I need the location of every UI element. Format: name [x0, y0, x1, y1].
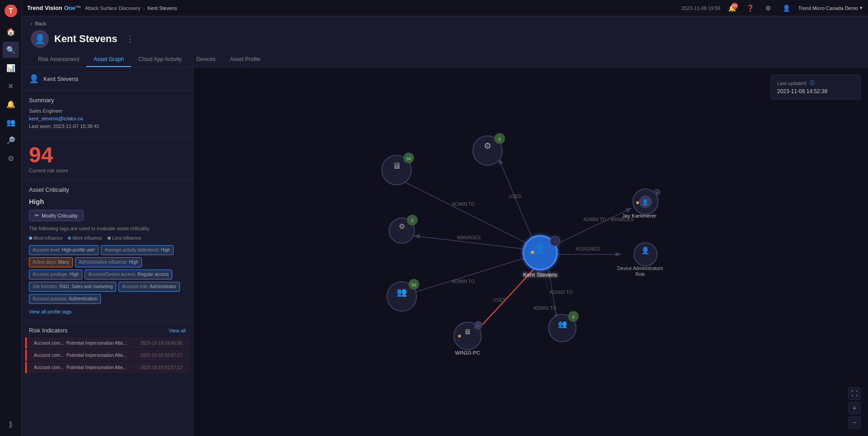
content-body: 👤 Kent Stevens Summary Sales Engineer ke… [22, 67, 868, 436]
sidebar-reports[interactable]: 📊 [3, 60, 19, 76]
graph-area: Last updated: ⓘ 2023-11-08 14:52:38 [193, 67, 868, 436]
view-all-tags-link[interactable]: View all profile tags [29, 309, 72, 314]
risk-row-3[interactable]: Account com... Potential Impersonation A… [25, 362, 189, 373]
svg-text:Device Administrators: Device Administrators [618, 266, 663, 271]
sidebar-discovery[interactable]: 🔍 [3, 42, 19, 58]
svg-text:👤: 👤 [642, 199, 649, 205]
legend-less: Less influence [108, 236, 141, 241]
svg-text:2: 2 [411, 218, 413, 223]
panel-user-header: 👤 Kent Stevens [22, 67, 193, 90]
legend-more: More influence [68, 236, 102, 241]
svg-text:👤: 👤 [534, 243, 547, 255]
edge-label-n2: USES [509, 194, 522, 199]
sidebar-alerts[interactable]: 🔔 [3, 96, 19, 112]
svg-text:Kent Stevens: Kent Stevens [523, 271, 557, 278]
tab-risk-assessment[interactable]: Risk Assessment [31, 52, 86, 67]
edge-label-n4: ADMIN TO [452, 279, 475, 284]
svg-text:50: 50 [411, 283, 416, 287]
sidebar-search[interactable]: 🔎 [3, 132, 19, 148]
help-button[interactable]: ❓ [744, 2, 757, 14]
svg-text:Jay Kammerer: Jay Kammerer [622, 213, 656, 218]
edge-center-n2 [499, 160, 533, 241]
svg-text:⚙: ⚙ [484, 141, 491, 151]
svg-text:👤: 👤 [641, 246, 650, 255]
datetime-display: 2023-11-08 19:59 [681, 5, 721, 11]
view-all-risks-button[interactable]: View all [169, 328, 186, 333]
risk-indicators-title: Risk Indicators [29, 327, 67, 334]
zoom-out-button[interactable]: − [848, 416, 861, 429]
sidebar-home[interactable]: 🏠 [3, 24, 19, 40]
breadcrumb-parent[interactable]: Attack Surface Discovery [85, 5, 141, 11]
pencil-icon: ✏ [35, 213, 39, 218]
last-seen: Last seen: 2023-11-07 15:38:41 [29, 123, 186, 129]
tag-account-purpose: Account purpose: Authentication [29, 294, 101, 304]
left-panel: 👤 Kent Stevens Summary Sales Engineer ke… [22, 67, 193, 436]
tab-devices[interactable]: Devices [189, 52, 223, 67]
tab-asset-profile[interactable]: Asset Profile [223, 52, 268, 67]
account-dropdown-icon: ▾ [860, 5, 863, 11]
svg-text:55: 55 [406, 156, 411, 161]
influence-legend: Most influence More influence Less influ… [29, 236, 186, 241]
account-selector[interactable]: Trend Micro Canada Demo ▾ [798, 5, 863, 11]
tag-active-days: Active days: Many [29, 257, 73, 267]
svg-text:+: + [477, 324, 479, 328]
sidebar-expand[interactable]: ⟫ [3, 416, 19, 432]
node-group-9[interactable]: 👥 9 [549, 311, 579, 342]
last-updated-panel: Last updated: ⓘ 2023-11-08 14:52:38 [770, 75, 861, 100]
info-icon: ⓘ [810, 80, 815, 86]
svg-text:★: ★ [635, 199, 640, 205]
node-device-admin-role[interactable]: 👤 Device Administrators Role [618, 243, 663, 277]
back-button[interactable]: ‹ Back [31, 21, 859, 26]
edge-label-n6: ASSIGNED [576, 246, 600, 251]
user-header: 👤 Kent Stevens ⋮ [31, 30, 859, 48]
tab-cloud-app-activity[interactable]: Cloud App Activity [131, 52, 189, 67]
svg-text:⚙: ⚙ [399, 222, 405, 230]
svg-text:WIN10-PC: WIN10-PC [455, 350, 481, 355]
node-admin-2[interactable]: ⚙ 2 [389, 215, 418, 243]
fullscreen-button[interactable]: ⛶ [848, 387, 861, 400]
node-win10-pc[interactable]: 🖥 + ★ WIN10-PC [454, 321, 482, 355]
risk-indicators-header: Risk Indicators View all [22, 322, 193, 336]
top-bar-right: 2023-11-08 19:59 🔔 99+ ❓ ⚙ 👤 Trend Micro… [681, 2, 863, 14]
edge-label-sub1: ADMIN TO [533, 306, 557, 311]
asset-criticality-title: Asset Criticality [29, 186, 186, 193]
risk-score-value: 94 [29, 144, 186, 166]
panel-user-icon: 👤 [29, 74, 39, 84]
node-device-55[interactable]: 🖥 55 [382, 153, 414, 185]
user-name-title: Kent Stevens [54, 33, 117, 45]
svg-text:9: 9 [572, 315, 575, 319]
email-address: kent_stevens@tclabs.ca [29, 116, 186, 121]
svg-text:👥: 👥 [396, 287, 407, 297]
nav-tabs: Risk Assessment Asset Graph Cloud App Ac… [31, 52, 859, 67]
last-updated-label: Last updated: ⓘ [777, 80, 854, 86]
notifications-button[interactable]: 🔔 99+ [726, 2, 739, 14]
zoom-in-button[interactable]: + [848, 402, 861, 414]
node-jay-kammerer[interactable]: 👤 + ★ Jay Kammerer [622, 189, 660, 218]
graph-svg: ADMIN TO USES MANAGES ADMIN TO ADMIN TO … [193, 67, 868, 436]
legend-more-dot [68, 237, 71, 240]
node-admin-8[interactable]: ⚙ 8 [473, 133, 505, 166]
node-kent-stevens-center[interactable]: 👤 − ★ Kent Stevens [523, 236, 560, 279]
sidebar-users[interactable]: 👥 [3, 114, 19, 130]
settings-button[interactable]: ⚙ [762, 2, 775, 14]
breadcrumb-current: Kent Stevens [147, 5, 177, 11]
sidebar-close[interactable]: ✕ [3, 78, 19, 94]
job-title: Sales Engineer [29, 108, 186, 114]
edge-label-n1: ADMIN TO [452, 202, 475, 207]
tag-account-level: Account level: High-profile user [29, 245, 99, 255]
tag-admin-influence: Administrative influence: High [75, 257, 142, 267]
risk-row-2[interactable]: Account com... Potential Impersonation A… [25, 350, 189, 361]
tag-account-role: Account role: Administrator [118, 282, 180, 292]
criticality-value: High [29, 198, 186, 205]
node-group-50[interactable]: 👥 50 [387, 279, 419, 311]
breadcrumb: Attack Surface Discovery › Kent Stevens [85, 5, 177, 11]
risk-row-1[interactable]: Account com... Potential Impersonation A… [25, 337, 189, 349]
user-avatar-button[interactable]: 👤 [780, 2, 793, 14]
breadcrumb-separator: › [143, 5, 145, 11]
user-avatar: 👤 [31, 30, 49, 48]
more-menu-button[interactable]: ⋮ [126, 34, 134, 44]
sidebar-settings[interactable]: ⚙ [3, 150, 19, 166]
modify-criticality-button[interactable]: ✏ Modify Criticality [29, 210, 84, 221]
tab-asset-graph[interactable]: Asset Graph [86, 52, 131, 67]
graph-controls: ⛶ + − [848, 387, 861, 429]
